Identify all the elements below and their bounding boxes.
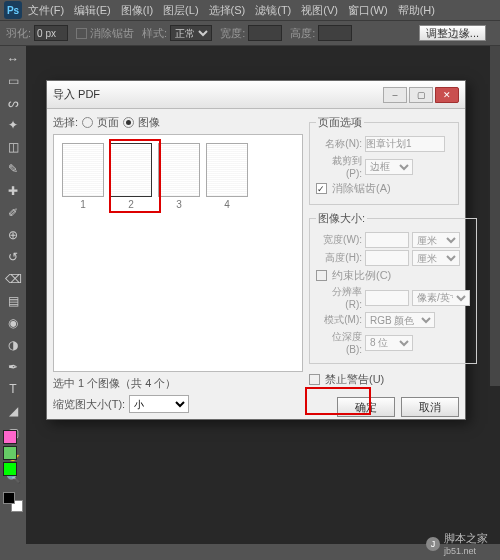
menu-filter[interactable]: 滤镜(T) [255, 3, 291, 18]
radio-page[interactable] [82, 117, 93, 128]
image-size-legend: 图像大小: [316, 211, 367, 226]
res-label: 分辨率(R): [316, 285, 362, 310]
panel-dock[interactable] [490, 46, 500, 386]
image-size-group: 图像大小: 宽度(W):厘米 高度(H):厘米 约束比例(C) 分辨率(R):像… [309, 211, 477, 364]
mode-label: 模式(M): [316, 313, 362, 327]
minimize-button[interactable]: – [383, 87, 407, 103]
tool-wand[interactable]: ✦ [3, 115, 23, 135]
page-options-group: 页面选项 名称(N): 裁剪到(P):边框 消除锯齿(A) [309, 115, 459, 205]
maximize-button[interactable]: ▢ [409, 87, 433, 103]
depth-select[interactable]: 8 位 [365, 335, 413, 351]
depth-label: 位深度(B): [316, 330, 362, 355]
tool-brush[interactable]: ✐ [3, 203, 23, 223]
watermark: J 脚本之家 jb51.net [426, 531, 488, 556]
crop-select[interactable]: 边框 [365, 159, 413, 175]
close-button[interactable]: ✕ [435, 87, 459, 103]
tool-lasso[interactable]: ᔕ [3, 93, 23, 113]
ok-button[interactable]: 确定 [337, 397, 395, 417]
style-select[interactable]: 正常 [170, 25, 212, 41]
radio-image-label: 图像 [138, 115, 160, 130]
mode-select[interactable]: RGB 颜色 [365, 312, 435, 328]
page-thumb-4[interactable]: 4 [206, 143, 248, 210]
tool-crop[interactable]: ◫ [3, 137, 23, 157]
watermark-text: 脚本之家 [444, 531, 488, 546]
width-label-2: 宽度(W): [316, 233, 362, 247]
menu-edit[interactable]: 编辑(E) [74, 3, 111, 18]
height-input[interactable] [318, 25, 352, 41]
width-unit[interactable]: 厘米 [412, 232, 460, 248]
antialias-checkbox[interactable] [76, 28, 87, 39]
dialog-title: 导入 PDF [53, 87, 381, 102]
height-unit[interactable]: 厘米 [412, 250, 460, 266]
menu-window[interactable]: 窗口(W) [348, 3, 388, 18]
menu-view[interactable]: 视图(V) [301, 3, 338, 18]
cancel-button[interactable]: 取消 [401, 397, 459, 417]
antialias-label-2: 消除锯齿(A) [332, 181, 391, 196]
constrain-checkbox[interactable] [316, 270, 327, 281]
tool-heal[interactable]: ✚ [3, 181, 23, 201]
page-options-legend: 页面选项 [316, 115, 364, 130]
menu-layer[interactable]: 图层(L) [163, 3, 198, 18]
style-label: 样式: [142, 26, 167, 41]
res-input[interactable] [365, 290, 409, 306]
menu-bar: Ps 文件(F) 编辑(E) 图像(I) 图层(L) 选择(S) 滤镜(T) 视… [0, 0, 500, 20]
suppress-checkbox[interactable] [309, 374, 320, 385]
radio-page-label: 页面 [97, 115, 119, 130]
swatch-panel [3, 430, 17, 476]
options-bar: 羽化: 消除锯齿 样式:正常 宽度: 高度: 调整边缘... [0, 20, 500, 46]
watermark-url: jb51.net [444, 546, 488, 556]
menu-help[interactable]: 帮助(H) [398, 3, 435, 18]
width-label: 宽度: [220, 26, 245, 41]
color-swatch[interactable] [3, 492, 23, 512]
menu-image[interactable]: 图像(I) [121, 3, 153, 18]
swatch-2[interactable] [3, 446, 17, 460]
import-pdf-dialog: 导入 PDF – ▢ ✕ 选择: 页面 图像 1 2 3 4 选中 1 个图像（… [46, 80, 466, 420]
crop-label: 裁剪到(P): [316, 154, 362, 179]
menu-select[interactable]: 选择(S) [209, 3, 246, 18]
name-input[interactable] [365, 136, 445, 152]
page-thumb-1[interactable]: 1 [62, 143, 104, 210]
tool-blur[interactable]: ◉ [3, 313, 23, 333]
tool-type[interactable]: T [3, 379, 23, 399]
antialias-checkbox-2[interactable] [316, 183, 327, 194]
page-thumb-2[interactable]: 2 [110, 143, 152, 210]
constrain-label: 约束比例(C) [332, 268, 391, 283]
thumb-size-label: 缩览图大小(T): [53, 397, 125, 412]
radio-image[interactable] [123, 117, 134, 128]
height-label: 高度: [290, 26, 315, 41]
dialog-titlebar[interactable]: 导入 PDF – ▢ ✕ [47, 81, 465, 109]
tool-dodge[interactable]: ◑ [3, 335, 23, 355]
swatch-1[interactable] [3, 430, 17, 444]
tool-history[interactable]: ↺ [3, 247, 23, 267]
thumbnail-list: 1 2 3 4 [53, 134, 303, 372]
select-label: 选择: [53, 115, 78, 130]
tool-stamp[interactable]: ⊕ [3, 225, 23, 245]
tool-path[interactable]: ◢ [3, 401, 23, 421]
tool-eraser[interactable]: ⌫ [3, 269, 23, 289]
refine-edge-button[interactable]: 调整边缘... [419, 25, 486, 41]
antialias-label: 消除锯齿 [90, 26, 134, 41]
feather-label: 羽化: [6, 26, 31, 41]
app-logo: Ps [4, 1, 22, 19]
width-input[interactable] [248, 25, 282, 41]
menu-file[interactable]: 文件(F) [28, 3, 64, 18]
thumb-size-select[interactable]: 小 [129, 395, 189, 413]
watermark-icon: J [426, 537, 440, 551]
suppress-label: 禁止警告(U) [325, 372, 384, 387]
tool-marquee[interactable]: ▭ [3, 71, 23, 91]
height-input-2[interactable] [365, 250, 409, 266]
tool-pen[interactable]: ✒ [3, 357, 23, 377]
feather-input[interactable] [34, 25, 68, 41]
swatch-3[interactable] [3, 462, 17, 476]
height-label-2: 高度(H): [316, 251, 362, 265]
selection-status: 选中 1 个图像（共 4 个） [53, 376, 303, 391]
tool-eyedropper[interactable]: ✎ [3, 159, 23, 179]
width-input-2[interactable] [365, 232, 409, 248]
res-unit[interactable]: 像素/英寸 [412, 290, 470, 306]
tool-move[interactable]: ↔ [3, 49, 23, 69]
tool-gradient[interactable]: ▤ [3, 291, 23, 311]
name-label: 名称(N): [316, 137, 362, 151]
page-thumb-3[interactable]: 3 [158, 143, 200, 210]
